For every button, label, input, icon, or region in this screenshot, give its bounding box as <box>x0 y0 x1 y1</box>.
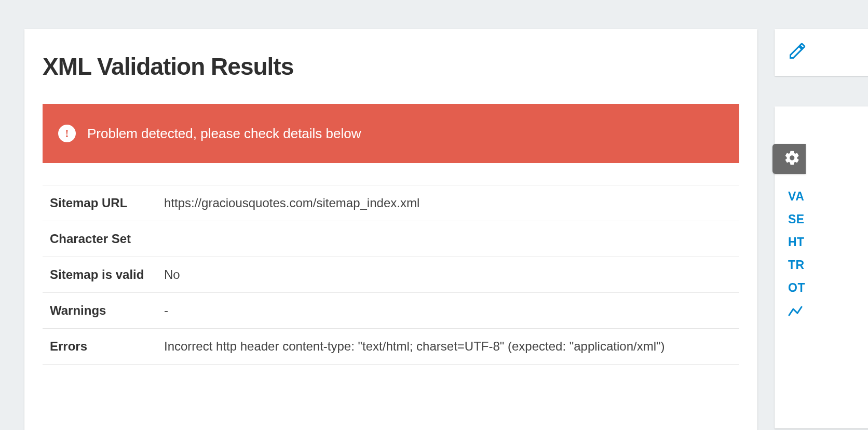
table-row: ErrorsIncorrect http header content-type… <box>43 329 739 365</box>
sidebar-bottom-card: VASEHTTROT <box>775 106 868 428</box>
row-value <box>157 221 739 257</box>
sidebar-link[interactable]: VA <box>788 190 805 204</box>
exclamation-icon: ! <box>58 125 76 142</box>
alert-message: Problem detected, please check details b… <box>87 126 361 142</box>
row-label: Sitemap URL <box>43 185 157 221</box>
table-row: Character Set <box>43 221 739 257</box>
sidebar-link[interactable]: SE <box>788 212 805 226</box>
table-row: Warnings- <box>43 293 739 329</box>
table-row: Sitemap URLhttps://graciousquotes.com/si… <box>43 185 739 221</box>
table-row: Sitemap is validNo <box>43 257 739 293</box>
row-value: Incorrect http header content-type: "tex… <box>157 329 739 365</box>
sidebar-link[interactable]: OT <box>788 281 805 295</box>
sidebar-link[interactable]: HT <box>788 235 805 249</box>
results-table: Sitemap URLhttps://graciousquotes.com/si… <box>43 185 739 365</box>
gear-icon <box>784 150 801 168</box>
row-label: Character Set <box>43 221 157 257</box>
row-label: Errors <box>43 329 157 365</box>
page-title: XML Validation Results <box>43 52 739 80</box>
chart-line-icon <box>788 306 803 317</box>
sidebar-link[interactable]: TR <box>788 258 805 272</box>
row-label: Sitemap is valid <box>43 257 157 293</box>
error-alert: ! Problem detected, please check details… <box>43 104 739 163</box>
sidebar-links: VASEHTTROT <box>788 190 805 295</box>
settings-tab[interactable] <box>772 144 806 174</box>
row-value: No <box>157 257 739 293</box>
row-label: Warnings <box>43 293 157 329</box>
results-card: XML Validation Results ! Problem detecte… <box>24 29 757 430</box>
edit-icon[interactable] <box>788 53 807 62</box>
row-value: - <box>157 293 739 329</box>
row-value: https://graciousquotes.com/sitemap_index… <box>157 185 739 221</box>
sidebar-top-card <box>775 29 868 76</box>
